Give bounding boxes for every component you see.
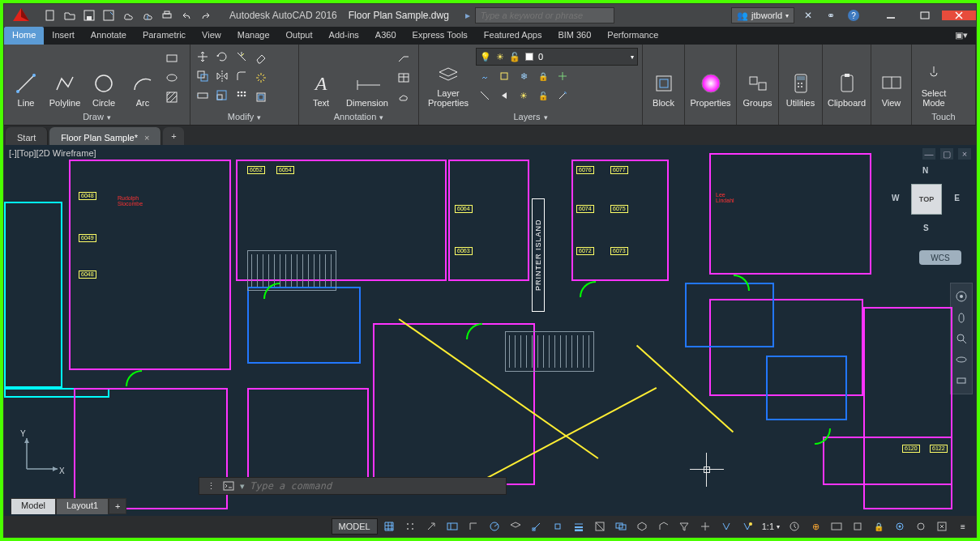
ucs-icon[interactable]: Y X [19,428,67,477]
array-icon[interactable] [233,87,250,104]
file-tab-current[interactable]: Floor Plan Sample* × [49,127,161,145]
clean-screen-icon[interactable] [932,518,952,535]
rectangle-icon[interactable] [163,49,181,67]
drawing-viewport[interactable]: [-][Top][2D Wireframe] — ▢ × N S E W TOP… [4,145,976,516]
app-menu-button[interactable] [4,4,38,27]
ribbon-tab-annotate[interactable]: Annotate [83,27,135,45]
move-icon[interactable] [194,48,212,66]
snap-icon[interactable] [400,518,420,535]
layer-match-icon[interactable] [476,87,494,104]
stay-connected-icon[interactable]: ⚭ [822,6,840,24]
transparency-icon[interactable] [590,518,610,535]
command-line[interactable]: ⋮ ▾ [199,477,507,495]
block-button[interactable]: Block [646,48,681,109]
help-icon[interactable]: ? [845,6,862,24]
ribbon-tab-express[interactable]: Express Tools [404,27,476,45]
ribbon-tab-featured[interactable]: Featured Apps [476,27,550,45]
customize-status-icon[interactable]: ≡ [953,518,973,535]
lock-ui-icon[interactable]: 🔒 [869,518,888,535]
isolate-objects-icon[interactable] [911,518,931,535]
autoscale-icon[interactable] [738,518,757,535]
ellipse-icon[interactable] [163,69,181,87]
copy-icon[interactable] [194,67,212,85]
erase-icon[interactable] [252,49,270,67]
ribbon-options-button[interactable]: ▣▾ [947,27,976,45]
ribbon-tab-home[interactable]: Home [4,27,44,45]
ribbon-tab-performance[interactable]: Performance [599,27,666,45]
signin-menu[interactable]: 👥 jtbworld ▾ [731,7,794,23]
stretch-icon[interactable] [194,87,212,104]
layer-dropdown[interactable]: 💡 ☀ 🔓 0 ▾ [476,48,638,66]
layer-thaw-icon[interactable]: ☀ [515,87,533,104]
gizmo-icon[interactable] [695,518,715,535]
selection-cycling-icon[interactable] [611,518,631,535]
open-icon[interactable] [61,6,79,24]
groups-button[interactable]: Groups [740,48,775,109]
layer-iso-icon[interactable] [495,67,513,85]
layer-change-icon[interactable] [554,87,571,104]
save-icon[interactable] [80,6,98,24]
workspace-switch-icon[interactable] [785,518,804,535]
modelspace-toggle[interactable]: MODEL [332,518,378,535]
infer-constraints-icon[interactable] [422,518,441,535]
text-button[interactable]: AText [302,48,340,109]
annotation-scale[interactable]: 1:1▾ [759,518,783,535]
clipboard-button[interactable]: Clipboard [826,48,867,109]
minimize-button[interactable] [874,11,908,20]
properties-button[interactable]: Properties [688,48,733,109]
close-button[interactable] [942,11,976,20]
layout-tab-model[interactable]: Model [11,498,56,514]
ribbon-tab-view[interactable]: View [194,27,229,45]
command-input[interactable] [250,480,501,492]
mirror-icon[interactable] [213,67,231,85]
layer-off-icon[interactable] [476,67,494,85]
dimension-button[interactable]: Dimension [341,48,393,109]
new-icon[interactable] [41,6,59,24]
ribbon-tab-addins[interactable]: Add-ins [321,27,367,45]
layer-make-icon[interactable] [554,67,571,85]
selection-filter-icon[interactable] [674,518,694,535]
ribbon-tab-insert[interactable]: Insert [44,27,83,45]
ribbon-tab-manage[interactable]: Manage [229,27,278,45]
utilities-button[interactable]: Utilities [782,48,819,109]
layer-freeze-icon[interactable]: ❄ [515,67,533,85]
cloud-icon[interactable] [395,88,413,106]
view-button[interactable]: View [875,48,908,109]
ribbon-tab-a360[interactable]: A360 [367,27,404,45]
offset-icon[interactable] [252,88,270,106]
ribbon-tab-parametric[interactable]: Parametric [135,27,194,45]
close-icon[interactable]: × [144,133,149,143]
osnap-track-icon[interactable] [527,518,546,535]
grid-icon[interactable] [379,518,399,535]
layout-tab-layout1[interactable]: Layout1 [56,498,109,514]
leader-icon[interactable] [395,49,413,67]
quick-properties-icon[interactable] [848,518,867,535]
recent-docs-icon[interactable]: ▸ [465,10,470,21]
saveas-icon[interactable] [100,6,118,24]
units-icon[interactable] [827,518,846,535]
fillet-icon[interactable] [233,67,250,85]
ortho-icon[interactable] [464,518,483,535]
infocenter-search-input[interactable] [475,7,614,23]
trim-icon[interactable] [233,48,250,66]
layer-properties-button[interactable]: LayerProperties [422,48,474,109]
cloud-open-icon[interactable] [119,6,137,24]
hardware-accel-icon[interactable] [890,518,909,535]
dynamic-ucs-icon[interactable] [653,518,673,535]
3dosnap-icon[interactable] [632,518,652,535]
file-tab-start[interactable]: Start [6,127,48,145]
new-tab-button[interactable]: + [163,127,184,145]
annotation-monitor-icon[interactable]: ⊕ [806,518,825,535]
layer-lock-icon[interactable]: 🔒 [534,67,552,85]
rotate-icon[interactable] [213,48,231,66]
plot-icon[interactable] [158,6,176,24]
command-history-icon[interactable]: ⋮ [204,479,217,492]
select-mode-button[interactable]: SelectMode [915,48,952,109]
polar-icon[interactable] [485,518,504,535]
redo-icon[interactable] [197,6,215,24]
line-button[interactable]: Line [7,48,45,109]
scale-icon[interactable] [213,87,231,104]
circle-button[interactable]: Circle [85,48,122,109]
layout-add-button[interactable]: + [109,498,126,514]
annotation-visibility-icon[interactable] [717,518,736,535]
